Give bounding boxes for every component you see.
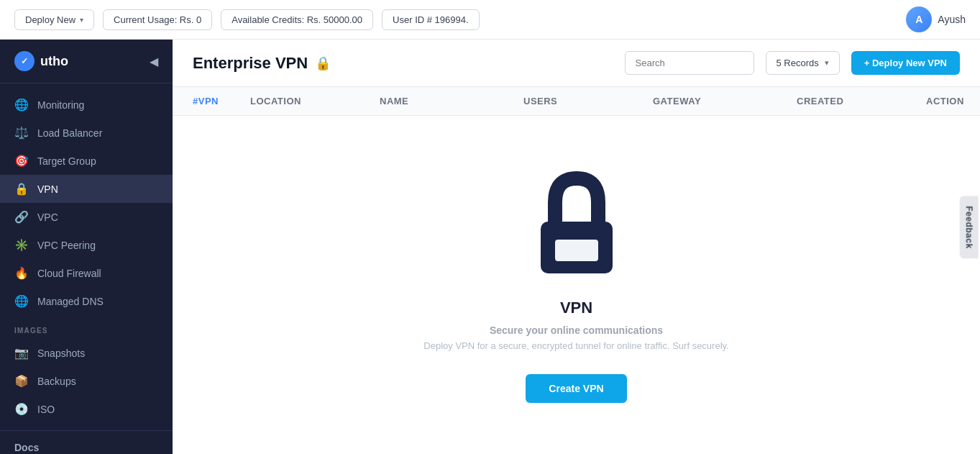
- username-label: Ayush: [938, 14, 966, 25]
- records-badge[interactable]: 5 Records ▾: [766, 51, 840, 75]
- load-balancer-icon: ⚖️: [14, 126, 29, 140]
- user-id-badge: User ID # 196994.: [382, 9, 480, 30]
- sidebar-item-label: Target Group: [37, 155, 96, 167]
- snapshots-icon: 📷: [14, 346, 29, 360]
- sidebar-item-label: Managed DNS: [37, 296, 104, 307]
- avatar-initials: A: [915, 14, 922, 25]
- avatar: A: [906, 6, 932, 32]
- content-header: Enterprise VPN 🔒 5 Records ▾ + Deploy Ne…: [173, 40, 980, 87]
- sidebar-item-label: Load Balancer: [37, 127, 102, 139]
- empty-subtitle: Secure your online communications: [490, 324, 663, 336]
- deploy-vpn-button[interactable]: + Deploy New VPN: [851, 51, 960, 75]
- empty-description: Deploy VPN for a secure, encrypted tunne…: [423, 340, 728, 351]
- svg-rect-1: [555, 240, 598, 261]
- col-location: Location: [250, 96, 380, 106]
- logo-text: utho: [40, 54, 68, 69]
- sidebar: ✓ utho ◀ 🌐 Monitoring ⚖️ Load Balancer 🎯…: [0, 40, 173, 454]
- cloud-firewall-icon: 🔥: [14, 266, 29, 280]
- content-area: Enterprise VPN 🔒 5 Records ▾ + Deploy Ne…: [173, 40, 980, 454]
- iso-icon: 💿: [14, 402, 29, 416]
- col-vpn: #VPN: [193, 96, 250, 106]
- sidebar-item-vpc[interactable]: 🔗 VPC: [0, 203, 173, 231]
- empty-state: VPN Secure your online communications De…: [173, 116, 980, 454]
- col-name: Name: [380, 96, 523, 106]
- sidebar-item-iso[interactable]: 💿 ISO: [0, 395, 173, 423]
- sidebar-item-target-group[interactable]: 🎯 Target Group: [0, 147, 173, 175]
- sidebar-item-vpn[interactable]: 🔒 VPN: [0, 175, 173, 203]
- records-count: 5 Records: [777, 58, 819, 68]
- sidebar-item-monitoring[interactable]: 🌐 Monitoring: [0, 91, 173, 119]
- create-vpn-button[interactable]: Create VPN: [526, 374, 626, 403]
- sidebar-item-label: Snapshots: [37, 348, 85, 359]
- available-credits-badge: Available Credits: Rs. 50000.00: [221, 9, 373, 30]
- target-group-icon: 🎯: [14, 154, 29, 168]
- deploy-new-button[interactable]: Deploy New ▾: [14, 9, 94, 30]
- col-gateway: Gateway: [653, 96, 797, 106]
- sidebar-collapse-button[interactable]: ◀: [150, 55, 158, 68]
- chevron-down-icon: ▾: [80, 16, 83, 24]
- docs-button[interactable]: Docs: [14, 442, 39, 453]
- backups-icon: 📦: [14, 374, 29, 388]
- main-layout: ✓ utho ◀ 🌐 Monitoring ⚖️ Load Balancer 🎯…: [0, 40, 980, 454]
- lock-icon: 🔒: [315, 55, 331, 71]
- logo-icon: ✓: [14, 51, 35, 71]
- logo: ✓ utho: [14, 51, 68, 71]
- sidebar-item-cloud-firewall[interactable]: 🔥 Cloud Firewall: [0, 259, 173, 287]
- page-title-text: Enterprise VPN: [193, 54, 308, 73]
- col-created: Created: [797, 96, 926, 106]
- current-usage-badge: Current Usage: Rs. 0: [103, 9, 212, 30]
- sidebar-item-vpc-peering[interactable]: ✳️ VPC Peering: [0, 231, 173, 259]
- managed-dns-icon: 🌐: [14, 294, 29, 308]
- table-header: #VPN Location Name Users Gateway Created…: [173, 87, 980, 116]
- monitoring-icon: 🌐: [14, 98, 29, 112]
- images-section-label: IMAGES: [0, 315, 173, 339]
- sidebar-item-load-balancer[interactable]: ⚖️ Load Balancer: [0, 119, 173, 147]
- sidebar-item-label: VPN: [37, 183, 58, 195]
- col-action: Action: [926, 96, 980, 106]
- sidebar-item-backups[interactable]: 📦 Backups: [0, 367, 173, 395]
- sidebar-item-label: Cloud Firewall: [37, 268, 101, 279]
- vpc-peering-icon: ✳️: [14, 238, 29, 252]
- col-users: Users: [523, 96, 653, 106]
- topbar: Deploy New ▾ Current Usage: Rs. 0 Availa…: [0, 0, 980, 40]
- vpc-icon: 🔗: [14, 210, 29, 224]
- sidebar-item-label: Monitoring: [37, 99, 84, 111]
- vpn-illustration: [526, 168, 627, 278]
- sidebar-item-managed-dns[interactable]: 🌐 Managed DNS: [0, 287, 173, 315]
- sidebar-footer: Docs: [0, 430, 173, 454]
- vpn-icon: 🔒: [14, 182, 29, 196]
- sidebar-item-label: Backups: [37, 376, 76, 387]
- sidebar-nav: 🌐 Monitoring ⚖️ Load Balancer 🎯 Target G…: [0, 83, 173, 430]
- feedback-tab[interactable]: Feedback: [959, 196, 978, 258]
- sidebar-header: ✓ utho ◀: [0, 40, 173, 83]
- sidebar-item-label: ISO: [37, 404, 55, 415]
- chevron-down-icon: ▾: [825, 58, 829, 68]
- sidebar-item-snapshots[interactable]: 📷 Snapshots: [0, 339, 173, 367]
- sidebar-item-label: VPC: [37, 212, 58, 223]
- search-input[interactable]: [625, 51, 754, 75]
- deploy-new-label: Deploy New: [25, 14, 75, 25]
- empty-title: VPN: [560, 299, 592, 317]
- user-menu[interactable]: A Ayush: [906, 6, 966, 32]
- sidebar-item-label: VPC Peering: [37, 240, 96, 251]
- page-title: Enterprise VPN 🔒: [193, 54, 331, 73]
